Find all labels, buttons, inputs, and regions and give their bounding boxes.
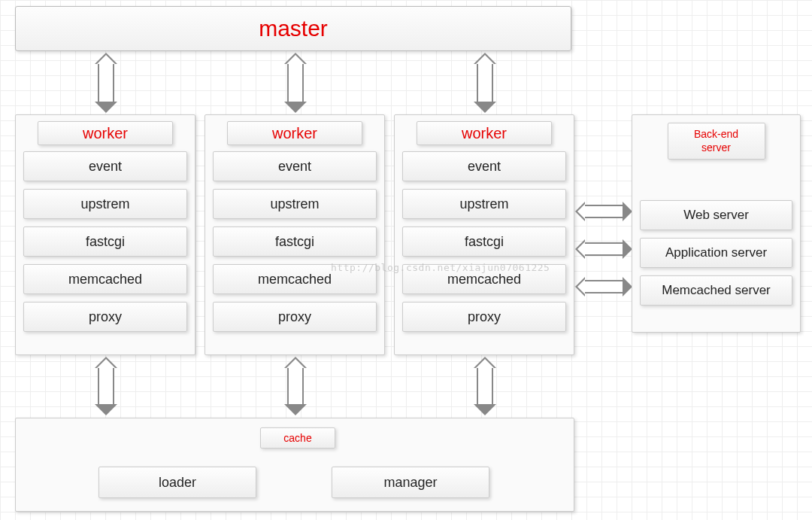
worker-title-2: worker bbox=[227, 121, 362, 145]
module-memcached-1: memcached bbox=[23, 264, 187, 294]
arrow-fastcgi-appserver bbox=[585, 242, 623, 256]
arrow-memcached-memserver bbox=[585, 280, 623, 293]
cache-manager: manager bbox=[332, 467, 489, 498]
backend-box: Back-end server Web server Application s… bbox=[632, 114, 801, 333]
backend-title: Back-end server bbox=[668, 123, 765, 160]
master-box: master bbox=[15, 6, 571, 51]
arrow-worker2-cache bbox=[287, 367, 304, 405]
worker-box-2: worker event upstrem fastcgi memcached p… bbox=[205, 114, 385, 355]
module-fastcgi-1: fastcgi bbox=[23, 227, 187, 257]
module-upstream-3: upstrem bbox=[402, 189, 566, 219]
module-proxy-3: proxy bbox=[402, 302, 566, 332]
worker-box-1: worker event upstrem fastcgi memcached p… bbox=[15, 114, 195, 355]
worker-title-1: worker bbox=[38, 121, 173, 145]
arrow-master-worker-2 bbox=[287, 63, 304, 102]
backend-web-server: Web server bbox=[640, 200, 792, 230]
arrow-upstream-webserver bbox=[585, 205, 623, 218]
worker-box-3: worker event upstrem fastcgi memcached p… bbox=[394, 114, 574, 355]
arrow-master-worker-3 bbox=[477, 63, 493, 102]
cache-title: cache bbox=[260, 427, 335, 449]
module-event-3: event bbox=[402, 151, 566, 181]
arrow-worker1-cache bbox=[98, 367, 114, 405]
arrow-master-worker-1 bbox=[98, 63, 114, 102]
module-upstream-1: upstrem bbox=[23, 189, 187, 219]
backend-memcached-server: Memcached server bbox=[640, 275, 792, 306]
worker-title-3: worker bbox=[417, 121, 552, 145]
module-upstream-2: upstrem bbox=[213, 189, 377, 219]
backend-application-server: Application server bbox=[640, 238, 792, 268]
cache-box: cache loader manager bbox=[15, 418, 574, 512]
watermark-text: http://blog.csdn.net/xiajun07061225 bbox=[331, 262, 550, 273]
module-proxy-2: proxy bbox=[213, 302, 377, 332]
module-event-2: event bbox=[213, 151, 377, 181]
module-proxy-1: proxy bbox=[23, 302, 187, 332]
module-fastcgi-3: fastcgi bbox=[402, 227, 566, 257]
module-event-1: event bbox=[23, 151, 187, 181]
master-label: master bbox=[259, 16, 328, 41]
cache-loader: loader bbox=[98, 467, 256, 498]
module-fastcgi-2: fastcgi bbox=[213, 227, 377, 257]
arrow-worker3-cache bbox=[477, 367, 493, 405]
